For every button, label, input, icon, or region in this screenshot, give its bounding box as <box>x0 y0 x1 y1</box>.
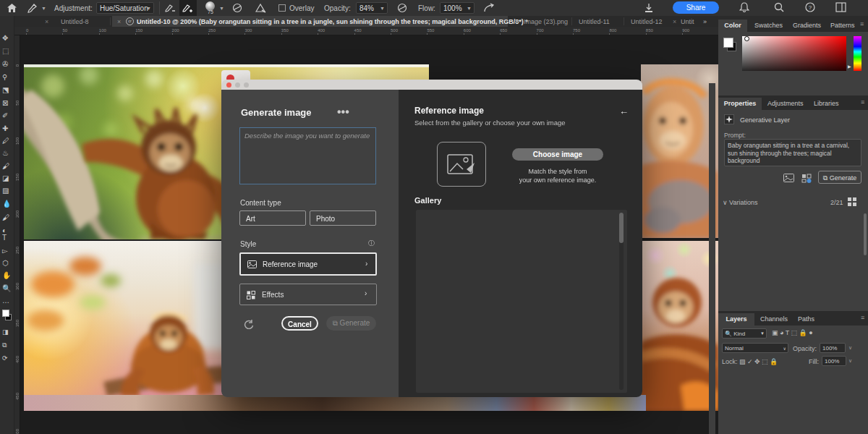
svg-text:?: ? <box>809 4 812 11</box>
